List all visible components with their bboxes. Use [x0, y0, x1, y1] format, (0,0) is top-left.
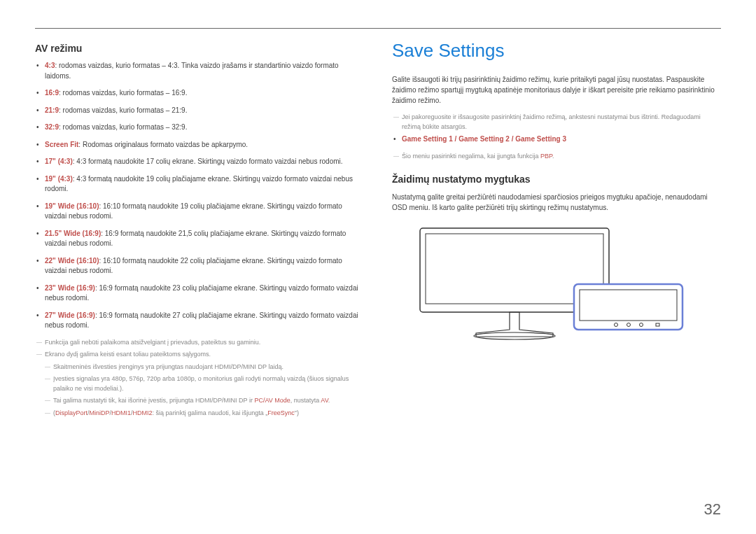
footnote: Ekrano dydį galima keisti esant toliau p…: [36, 350, 364, 360]
list-item: 19" Wide (16:10): 16:10 formatą naudokit…: [45, 202, 364, 222]
save-settings-note: Jei pakoreguosite ir išsaugosite pasirin…: [393, 113, 721, 132]
list-item: 32:9: rodomas vaizdas, kurio formatas – …: [45, 122, 364, 133]
footnote-sub: Įvesties signalas yra 480p, 576p, 720p a…: [45, 374, 364, 393]
footnote-sub: Skaitmeninės išvesties įrenginys yra pri…: [45, 363, 364, 372]
list-item: 21.5" Wide (16:9): 16:9 formatą naudokit…: [45, 229, 364, 249]
page-number: 32: [704, 500, 721, 519]
save-settings-description: Galite išsaugoti iki trijų pasirinktinių…: [392, 74, 721, 106]
game-button-heading: Žaidimų nustatymo mygtukas: [392, 174, 721, 185]
list-item: Screen Fit: Rodomas originalaus formato …: [45, 140, 364, 150]
list-item: 19" (4:3): 4:3 formatą naudokite 19 coli…: [45, 174, 364, 195]
list-item: 17" (4:3): 4:3 formatą naudokite 17 coli…: [45, 157, 364, 167]
av-mode-heading: AV režimu: [35, 43, 364, 54]
list-item: 22" Wide (16:10): 16:10 formatą naudokit…: [45, 256, 364, 276]
save-settings-heading: Save Settings: [392, 40, 721, 62]
game-setting-list: Game Setting 1 / Game Setting 2 / Game S…: [402, 134, 721, 145]
list-item: 23" Wide (16:9): 16:9 formatą naudokite …: [45, 283, 364, 304]
monitor-illustration: [392, 221, 721, 350]
footnote: Funkcija gali nebūti palaikoma atsižvelg…: [36, 338, 364, 348]
list-item: 27" Wide (16:9): 16:9 formatą naudokite …: [45, 311, 364, 331]
list-item: 4:3: rodomas vaizdas, kurio formatas – 4…: [45, 61, 364, 81]
top-rule: [35, 28, 721, 29]
footnote-sub: Tai galima nustatyti tik, kai išorinė įv…: [45, 396, 364, 406]
footnote-sub-paren: (DisplayPort/MiniDP/HDMI1/HDMI2: šią par…: [45, 409, 364, 419]
format-list: 4:3: rodomas vaizdas, kurio formatas – 4…: [45, 61, 364, 331]
list-item: 21:9: rodomas vaizdas, kurio formatas – …: [45, 106, 364, 116]
game-button-description: Nustatymą galite greitai peržiūrėti naud…: [392, 192, 721, 213]
left-column: AV režimu 4:3: rodomas vaizdas, kurio fo…: [35, 43, 364, 421]
pbp-note: Šio meniu pasirinkti negalima, kai įjung…: [393, 152, 721, 162]
svg-point-2: [474, 332, 555, 339]
list-item: Game Setting 1 / Game Setting 2 / Game S…: [402, 134, 721, 145]
list-item: 16:9: rodomas vaizdas, kurio formatas – …: [45, 88, 364, 99]
right-column: Save Settings Galite išsaugoti iki trijų…: [392, 43, 721, 421]
two-column-layout: AV režimu 4:3: rodomas vaizdas, kurio fo…: [35, 43, 721, 421]
